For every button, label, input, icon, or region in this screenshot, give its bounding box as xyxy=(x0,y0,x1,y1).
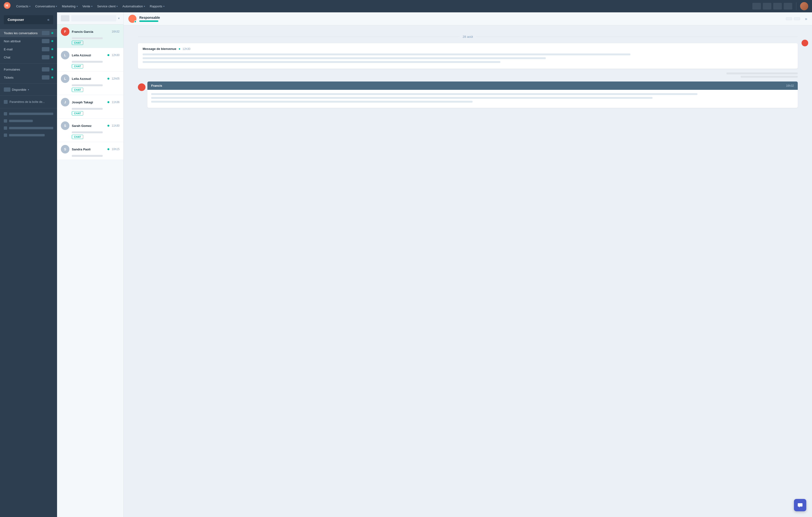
conv-avatar: S xyxy=(61,121,69,130)
outgoing-line xyxy=(741,76,798,78)
floating-chat-button[interactable] xyxy=(794,499,806,511)
header-actions xyxy=(786,17,800,20)
conv-preview-bar xyxy=(72,108,103,110)
sidebar-link-4[interactable] xyxy=(0,132,57,139)
sidebar-link-1[interactable] xyxy=(0,110,57,117)
params-item[interactable]: Paramètres de la boîte de... xyxy=(0,98,57,106)
conv-chat-badge: CHAT xyxy=(72,41,83,45)
sidebar-link-2[interactable] xyxy=(0,117,57,124)
conv-avatar: S xyxy=(61,145,69,153)
disponible-toggle[interactable]: Disponible ▾ xyxy=(0,86,57,94)
chevron-down-icon: ▾ xyxy=(29,5,30,8)
nav-right xyxy=(752,2,808,10)
msg-status-dot xyxy=(179,48,180,50)
link-bar xyxy=(9,120,33,122)
sidebar-item-tickets[interactable]: Tickets xyxy=(0,73,57,82)
chevron-down-icon: ▾ xyxy=(163,5,165,8)
nav-rapports[interactable]: Rapports ▾ xyxy=(150,4,165,8)
svg-text:H: H xyxy=(5,4,8,8)
chat-contact-info: Responsable xyxy=(139,16,783,22)
nav-btn-1[interactable] xyxy=(752,3,761,9)
filter-badge xyxy=(42,39,50,43)
conv-header: F Francis Garcia 16h32 xyxy=(61,27,120,36)
msg-content-line xyxy=(143,61,500,63)
nav-btn-3[interactable] xyxy=(773,3,782,9)
conv-preview-bar xyxy=(72,84,103,86)
status-dot xyxy=(108,54,109,56)
msg-header: Message de bienvenue 12h30 xyxy=(143,47,793,51)
conv-header: L Leila Azzouzi 12h05 xyxy=(61,74,120,83)
sidebar-item-non-attrib[interactable]: Non attribué xyxy=(0,37,57,45)
nav-contacts[interactable]: Contacts ▾ xyxy=(16,4,30,8)
nav-conversations[interactable]: Conversations ▾ xyxy=(35,4,57,8)
francis-msg-header: Francis 16h32 xyxy=(147,82,798,90)
chat-messages-area[interactable]: 28 août Message de bienvenue 12h30 xyxy=(124,25,812,517)
nav-btn-2[interactable] xyxy=(763,3,771,9)
panel-collapse-icon[interactable]: » xyxy=(805,17,807,21)
sidebar-item-email[interactable]: E-mail xyxy=(0,45,57,53)
availability-section: Disponible ▾ xyxy=(0,84,57,96)
sidebar-item-formulaires[interactable]: Formulaires xyxy=(0,65,57,73)
chevron-down-icon: ▾ xyxy=(116,5,118,8)
conv-subrow xyxy=(72,37,120,39)
status-dot xyxy=(51,32,53,34)
conv-chat-badge: CHAT xyxy=(72,135,83,139)
filter-badge xyxy=(42,67,50,71)
sidebar-item-chat[interactable]: Chat xyxy=(0,53,57,61)
date-label: 28 août xyxy=(463,35,473,38)
sidebar-links xyxy=(0,108,57,141)
sidebar-link-3[interactable] xyxy=(0,124,57,132)
conv-preview-bar xyxy=(72,131,103,133)
chevron-down-icon: ▾ xyxy=(91,5,92,8)
conv-chat-badge: CHAT xyxy=(72,64,83,68)
conv-header: J Joseph Takagi 11h36 xyxy=(61,98,120,107)
conv-item-francis-garcia[interactable]: F Francis Garcia 16h32 CHAT xyxy=(57,25,123,48)
conv-list-header: ▾ xyxy=(57,12,123,25)
conv-item-sandra[interactable]: S Sandra Paoli 10h15 xyxy=(57,142,123,160)
disponible-badge xyxy=(4,87,10,92)
conv-subrow xyxy=(72,131,120,133)
contact-name: Responsable xyxy=(139,16,783,20)
chevron-down-icon: ▾ xyxy=(56,5,57,8)
main-layout: Composer « Toutes les conversations Non … xyxy=(0,12,812,517)
nav-vente[interactable]: Vente ▾ xyxy=(83,4,92,8)
conv-item-leila-1[interactable]: L Leila Azzouzi 12h30 CHAT xyxy=(57,48,123,71)
link-checkbox xyxy=(4,119,7,123)
conv-preview-bar xyxy=(72,155,103,157)
francis-message-block: Francis 16h32 xyxy=(147,82,798,108)
header-btn-1[interactable] xyxy=(786,17,792,20)
chevron-down-icon: ▾ xyxy=(144,5,145,8)
settings-section: Paramètres de la boîte de... xyxy=(0,96,57,108)
conv-item-sarah[interactable]: S Sarah Gomez 11h30 CHAT xyxy=(57,119,123,142)
chat-panel: Responsable » 28 août Message de xyxy=(124,12,812,517)
msg-content-line xyxy=(143,57,546,59)
conv-preview-bar xyxy=(72,37,103,39)
nav-btn-4[interactable] xyxy=(784,3,792,9)
hubspot-logo[interactable]: H xyxy=(4,2,10,10)
conv-item-leila-2[interactable]: L Leila Azzouzi 12h05 CHAT xyxy=(57,71,123,95)
chat-header: Responsable » xyxy=(124,12,812,25)
avatar-status-dot xyxy=(134,21,137,23)
conv-item-joseph[interactable]: J Joseph Takagi 11h36 CHAT xyxy=(57,95,123,119)
search-bar[interactable] xyxy=(71,15,116,21)
nav-service[interactable]: Service client ▾ xyxy=(97,4,118,8)
link-bar xyxy=(9,113,53,115)
msg-sender: Francis xyxy=(151,84,162,87)
composer-button[interactable]: Composer « xyxy=(4,15,53,24)
nav-auto[interactable]: Automatisation ▾ xyxy=(122,4,145,8)
status-dot xyxy=(51,48,53,50)
header-btn-2[interactable] xyxy=(794,17,800,20)
sidebar-item-all-convs[interactable]: Toutes les conversations xyxy=(0,29,57,37)
user-avatar[interactable] xyxy=(800,2,808,10)
status-dot xyxy=(108,101,109,103)
welcome-message-card: Message de bienvenue 12h30 xyxy=(138,43,798,69)
active-indicator-dot xyxy=(802,40,808,46)
date-divider: 28 août xyxy=(138,35,798,38)
nav-marketing[interactable]: Marketing ▾ xyxy=(62,4,78,8)
chevron-down-icon: ▾ xyxy=(118,17,120,20)
filter-rect[interactable] xyxy=(61,15,69,21)
nav-items: Contacts ▾ Conversations ▾ Marketing ▾ V… xyxy=(16,4,747,8)
conv-header: S Sarah Gomez 11h30 xyxy=(61,121,120,130)
svg-rect-2 xyxy=(798,503,803,507)
link-bar xyxy=(9,127,53,129)
